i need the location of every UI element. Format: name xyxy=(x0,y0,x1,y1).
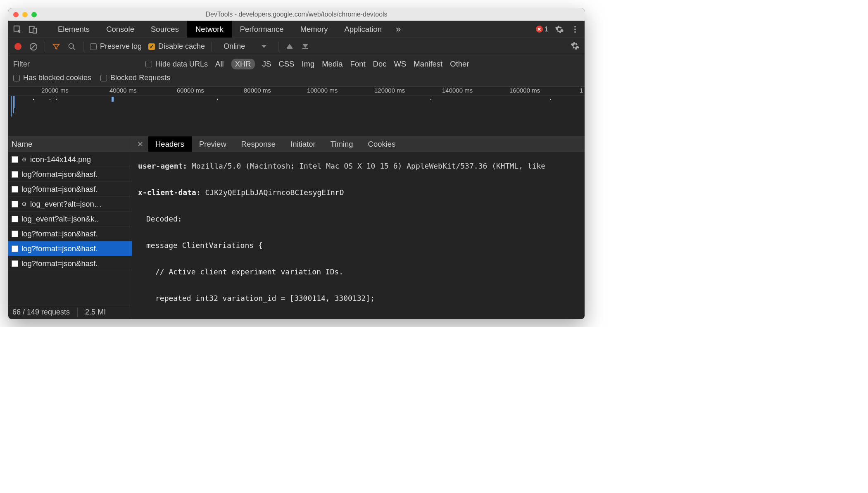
request-row[interactable]: log?format=json&hasf. xyxy=(8,167,132,182)
settings-gear-icon[interactable] xyxy=(555,25,564,34)
close-window-button[interactable] xyxy=(13,12,19,17)
disable-cache-checkbox[interactable]: ✓ Disable cache xyxy=(148,42,205,51)
timeline-request-mark xyxy=(33,99,34,100)
separator xyxy=(212,42,212,52)
main-tabs: Elements Console Sources Network Perform… xyxy=(8,21,585,38)
timeline-request-mark xyxy=(112,97,114,102)
footer-transfer-size: 2.5 MI xyxy=(85,308,106,317)
detail-tab-preview[interactable]: Preview xyxy=(192,136,234,152)
request-row[interactable]: log?format=json&hasf. xyxy=(8,241,132,256)
decoded-label: Decoded: xyxy=(138,212,585,226)
preserve-log-label: Preserve log xyxy=(100,42,142,51)
filter-types: Hide data URLs All XHR JS CSS Img Media … xyxy=(145,59,469,69)
separator xyxy=(278,42,278,52)
svg-line-8 xyxy=(73,48,75,50)
gear-icon: ⚙ xyxy=(21,201,27,207)
filter-type-all[interactable]: All xyxy=(215,60,224,69)
network-settings-icon[interactable] xyxy=(571,41,580,50)
timeline-tick: 160000 ms xyxy=(509,87,540,94)
filter-type-doc[interactable]: Doc xyxy=(373,60,387,69)
timeline-tick: 40000 ms xyxy=(109,87,137,94)
header-x-client-data-value: CJK2yQEIpLbJAQirncoBCIesygEInrD xyxy=(205,188,344,197)
detail-tab-cookies[interactable]: Cookies xyxy=(361,136,403,152)
throttling-value: Online xyxy=(224,42,245,51)
device-toolbar-icon[interactable] xyxy=(28,24,38,34)
preserve-log-checkbox[interactable]: Preserve log xyxy=(90,42,142,51)
decoded-comment: // Active client experiment variation ID… xyxy=(138,265,585,279)
minimize-window-button[interactable] xyxy=(22,12,28,17)
timeline-tick: 120000 ms xyxy=(374,87,405,94)
import-har-icon[interactable] xyxy=(285,42,294,51)
detail-tab-headers[interactable]: Headers xyxy=(148,136,192,152)
requests-list[interactable]: ⚙icon-144x144.png log?format=json&hasf. … xyxy=(8,152,132,305)
requests-header-name[interactable]: Name xyxy=(8,136,132,152)
request-row[interactable]: ⚙log_event?alt=json… xyxy=(8,197,132,212)
decoded-message-open: message ClientVariations { xyxy=(138,239,585,252)
filter-bar: Filter Hide data URLs All XHR JS CSS Img… xyxy=(8,55,585,87)
svg-rect-1 xyxy=(33,28,36,33)
disable-cache-label: Disable cache xyxy=(158,42,205,51)
request-row[interactable]: log?format=json&hasf. xyxy=(8,182,132,197)
hide-data-urls-checkbox[interactable]: Hide data URLs xyxy=(145,60,208,69)
tab-elements[interactable]: Elements xyxy=(50,21,98,38)
request-row[interactable]: log?format=json&hasf. xyxy=(8,226,132,241)
filter-type-img[interactable]: Img xyxy=(302,60,314,69)
timeline-tick: 20000 ms xyxy=(41,87,69,94)
timeline-request-mark xyxy=(56,99,57,100)
requests-footer: 66 / 149 requests 2.5 MI xyxy=(8,305,132,319)
svg-point-4 xyxy=(574,31,576,33)
error-count-badge[interactable]: ✕ 1 xyxy=(536,25,548,33)
timeline-tick: 140000 ms xyxy=(442,87,473,94)
filter-type-js[interactable]: JS xyxy=(262,60,271,69)
timeline-tick: 80000 ms xyxy=(244,87,271,94)
filter-type-ws[interactable]: WS xyxy=(394,60,407,69)
filter-type-css[interactable]: CSS xyxy=(278,60,294,69)
headers-body[interactable]: user-agent: Mozilla/5.0 (Macintosh; Inte… xyxy=(132,152,585,319)
export-har-icon[interactable] xyxy=(301,42,310,51)
timeline-request-mark xyxy=(13,96,14,113)
timeline-request-mark xyxy=(11,96,12,117)
filter-type-media[interactable]: Media xyxy=(322,60,342,69)
detail-tab-timing[interactable]: Timing xyxy=(323,136,361,152)
kebab-menu-icon[interactable] xyxy=(571,25,580,34)
close-detail-button[interactable]: ✕ xyxy=(132,140,148,149)
maximize-window-button[interactable] xyxy=(31,12,37,17)
throttling-select[interactable]: Online xyxy=(219,42,271,51)
tab-console[interactable]: Console xyxy=(98,21,143,38)
tab-performance[interactable]: Performance xyxy=(232,21,292,38)
has-blocked-cookies-checkbox[interactable]: Has blocked cookies xyxy=(13,74,91,82)
filter-type-xhr[interactable]: XHR xyxy=(231,59,255,69)
tab-sources[interactable]: Sources xyxy=(143,21,187,38)
tabs-overflow-button[interactable]: » xyxy=(390,21,407,38)
blocked-requests-checkbox[interactable]: Blocked Requests xyxy=(100,74,170,82)
decoded-line: repeated int32 variation_id = [3300114, … xyxy=(138,292,585,305)
timeline-tick: 60000 ms xyxy=(177,87,204,94)
error-count: 1 xyxy=(545,25,548,33)
filter-type-manifest[interactable]: Manifest xyxy=(414,60,442,69)
svg-line-6 xyxy=(31,44,36,49)
request-row[interactable]: ⚙icon-144x144.png xyxy=(8,152,132,167)
inspect-element-icon[interactable] xyxy=(12,24,22,34)
chevron-down-icon xyxy=(262,45,266,48)
search-icon[interactable] xyxy=(67,42,76,51)
filter-type-other[interactable]: Other xyxy=(450,60,469,69)
clear-button[interactable] xyxy=(29,42,38,51)
hide-data-urls-label: Hide data URLs xyxy=(155,60,208,69)
detail-tab-response[interactable]: Response xyxy=(234,136,283,152)
has-blocked-cookies-label: Has blocked cookies xyxy=(23,74,91,82)
request-row[interactable]: log?format=json&hasf. xyxy=(8,256,132,271)
request-row[interactable]: log_event?alt=json&k.. xyxy=(8,212,132,226)
timeline-ruler: 20000 ms 40000 ms 60000 ms 80000 ms 1000… xyxy=(8,87,585,96)
filter-type-font[interactable]: Font xyxy=(350,60,366,69)
timeline-request-mark xyxy=(50,99,50,100)
tab-application[interactable]: Application xyxy=(336,21,390,38)
tab-memory[interactable]: Memory xyxy=(292,21,336,38)
filter-input[interactable]: Filter xyxy=(13,60,30,69)
record-button[interactable] xyxy=(13,42,22,51)
detail-tab-initiator[interactable]: Initiator xyxy=(283,136,323,152)
timeline-request-mark xyxy=(430,99,431,100)
filter-toggle-icon[interactable] xyxy=(52,42,61,51)
network-toolbar: Preserve log ✓ Disable cache Online xyxy=(8,38,585,55)
tab-network[interactable]: Network xyxy=(187,21,232,38)
timeline-overview[interactable]: 20000 ms 40000 ms 60000 ms 80000 ms 1000… xyxy=(8,87,585,136)
